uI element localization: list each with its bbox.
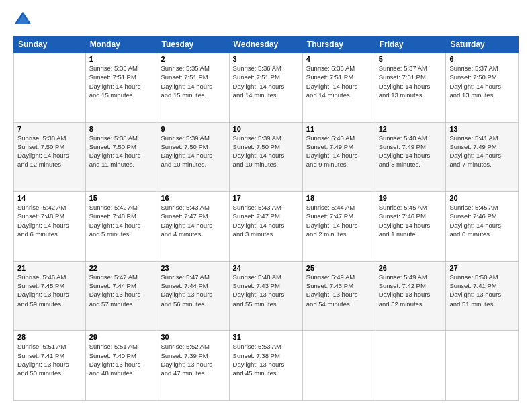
cell-content: Sunrise: 5:36 AM Sunset: 7:51 PM Dayligh… bbox=[233, 64, 299, 99]
day-number: 6 bbox=[449, 55, 515, 63]
cell-content: Sunrise: 5:48 AM Sunset: 7:43 PM Dayligh… bbox=[233, 273, 299, 308]
day-number: 9 bbox=[161, 125, 225, 133]
cell-4-5: 25Sunrise: 5:49 AM Sunset: 7:43 PM Dayli… bbox=[302, 261, 375, 331]
cell-content: Sunrise: 5:39 AM Sunset: 7:50 PM Dayligh… bbox=[233, 134, 299, 169]
header bbox=[13, 10, 519, 29]
day-number: 17 bbox=[233, 194, 299, 202]
day-number: 11 bbox=[306, 125, 371, 133]
cell-1-5: 4Sunrise: 5:36 AM Sunset: 7:51 PM Daylig… bbox=[302, 53, 375, 123]
header-day-saturday: Saturday bbox=[446, 36, 519, 53]
header-day-monday: Monday bbox=[85, 36, 157, 53]
cell-4-3: 23Sunrise: 5:47 AM Sunset: 7:44 PM Dayli… bbox=[157, 261, 229, 331]
cell-content: Sunrise: 5:51 AM Sunset: 7:40 PM Dayligh… bbox=[89, 342, 154, 377]
day-number: 25 bbox=[306, 264, 371, 272]
day-number: 2 bbox=[161, 55, 225, 63]
day-number: 31 bbox=[233, 333, 299, 341]
header-day-friday: Friday bbox=[375, 36, 446, 53]
cell-4-1: 21Sunrise: 5:46 AM Sunset: 7:45 PM Dayli… bbox=[14, 261, 86, 331]
day-number: 28 bbox=[17, 333, 82, 341]
cell-content: Sunrise: 5:50 AM Sunset: 7:41 PM Dayligh… bbox=[449, 273, 515, 308]
cell-3-6: 19Sunrise: 5:45 AM Sunset: 7:46 PM Dayli… bbox=[375, 192, 446, 262]
cell-content: Sunrise: 5:47 AM Sunset: 7:44 PM Dayligh… bbox=[161, 273, 225, 308]
cell-2-4: 10Sunrise: 5:39 AM Sunset: 7:50 PM Dayli… bbox=[229, 122, 302, 192]
cell-3-3: 16Sunrise: 5:43 AM Sunset: 7:47 PM Dayli… bbox=[157, 192, 229, 262]
cell-2-7: 13Sunrise: 5:41 AM Sunset: 7:49 PM Dayli… bbox=[446, 122, 519, 192]
day-number: 26 bbox=[379, 264, 443, 272]
cell-content: Sunrise: 5:37 AM Sunset: 7:50 PM Dayligh… bbox=[449, 64, 515, 99]
cell-4-7: 27Sunrise: 5:50 AM Sunset: 7:41 PM Dayli… bbox=[446, 261, 519, 331]
cell-content: Sunrise: 5:42 AM Sunset: 7:48 PM Dayligh… bbox=[89, 203, 154, 238]
cell-content: Sunrise: 5:44 AM Sunset: 7:47 PM Dayligh… bbox=[306, 203, 371, 238]
header-day-wednesday: Wednesday bbox=[229, 36, 302, 53]
day-number: 27 bbox=[449, 264, 515, 272]
week-row-1: 1Sunrise: 5:35 AM Sunset: 7:51 PM Daylig… bbox=[14, 53, 519, 123]
cell-1-6: 5Sunrise: 5:37 AM Sunset: 7:51 PM Daylig… bbox=[375, 53, 446, 123]
day-number: 1 bbox=[89, 55, 154, 63]
day-number: 24 bbox=[233, 264, 299, 272]
header-day-thursday: Thursday bbox=[302, 36, 375, 53]
day-number: 14 bbox=[17, 194, 82, 202]
cell-5-7 bbox=[446, 331, 519, 401]
header-day-sunday: Sunday bbox=[14, 36, 86, 53]
logo bbox=[13, 10, 35, 29]
week-row-5: 28Sunrise: 5:51 AM Sunset: 7:41 PM Dayli… bbox=[14, 331, 519, 401]
cell-content: Sunrise: 5:52 AM Sunset: 7:39 PM Dayligh… bbox=[161, 342, 225, 377]
day-number: 4 bbox=[306, 55, 371, 63]
cell-2-3: 9Sunrise: 5:39 AM Sunset: 7:50 PM Daylig… bbox=[157, 122, 229, 192]
cell-4-2: 22Sunrise: 5:47 AM Sunset: 7:44 PM Dayli… bbox=[85, 261, 157, 331]
cell-content: Sunrise: 5:37 AM Sunset: 7:51 PM Dayligh… bbox=[379, 64, 443, 99]
page: SundayMondayTuesdayWednesdayThursdayFrid… bbox=[0, 0, 532, 411]
cell-1-7: 6Sunrise: 5:37 AM Sunset: 7:50 PM Daylig… bbox=[446, 53, 519, 123]
day-number: 7 bbox=[17, 125, 82, 133]
cell-1-2: 1Sunrise: 5:35 AM Sunset: 7:51 PM Daylig… bbox=[85, 53, 157, 123]
cell-5-3: 30Sunrise: 5:52 AM Sunset: 7:39 PM Dayli… bbox=[157, 331, 229, 401]
cell-content: Sunrise: 5:38 AM Sunset: 7:50 PM Dayligh… bbox=[89, 134, 154, 169]
cell-4-4: 24Sunrise: 5:48 AM Sunset: 7:43 PM Dayli… bbox=[229, 261, 302, 331]
cell-3-2: 15Sunrise: 5:42 AM Sunset: 7:48 PM Dayli… bbox=[85, 192, 157, 262]
day-number: 23 bbox=[161, 264, 225, 272]
cell-content: Sunrise: 5:35 AM Sunset: 7:51 PM Dayligh… bbox=[161, 64, 225, 99]
cell-3-7: 20Sunrise: 5:45 AM Sunset: 7:46 PM Dayli… bbox=[446, 192, 519, 262]
day-number: 13 bbox=[449, 125, 515, 133]
header-row: SundayMondayTuesdayWednesdayThursdayFrid… bbox=[14, 36, 519, 53]
cell-2-1: 7Sunrise: 5:38 AM Sunset: 7:50 PM Daylig… bbox=[14, 122, 86, 192]
day-number: 29 bbox=[89, 333, 154, 341]
cell-1-4: 3Sunrise: 5:36 AM Sunset: 7:51 PM Daylig… bbox=[229, 53, 302, 123]
cell-content: Sunrise: 5:51 AM Sunset: 7:41 PM Dayligh… bbox=[17, 342, 82, 377]
cell-content: Sunrise: 5:45 AM Sunset: 7:46 PM Dayligh… bbox=[449, 203, 515, 238]
day-number: 30 bbox=[161, 333, 225, 341]
cell-content: Sunrise: 5:43 AM Sunset: 7:47 PM Dayligh… bbox=[161, 203, 225, 238]
day-number: 22 bbox=[89, 264, 154, 272]
cell-3-4: 17Sunrise: 5:43 AM Sunset: 7:47 PM Dayli… bbox=[229, 192, 302, 262]
day-number: 16 bbox=[161, 194, 225, 202]
day-number: 18 bbox=[306, 194, 371, 202]
cell-content: Sunrise: 5:39 AM Sunset: 7:50 PM Dayligh… bbox=[161, 134, 225, 169]
day-number: 20 bbox=[449, 194, 515, 202]
calendar-table: SundayMondayTuesdayWednesdayThursdayFrid… bbox=[13, 36, 519, 401]
day-number: 5 bbox=[379, 55, 443, 63]
cell-5-1: 28Sunrise: 5:51 AM Sunset: 7:41 PM Dayli… bbox=[14, 331, 86, 401]
cell-4-6: 26Sunrise: 5:49 AM Sunset: 7:42 PM Dayli… bbox=[375, 261, 446, 331]
week-row-3: 14Sunrise: 5:42 AM Sunset: 7:48 PM Dayli… bbox=[14, 192, 519, 262]
week-row-2: 7Sunrise: 5:38 AM Sunset: 7:50 PM Daylig… bbox=[14, 122, 519, 192]
cell-content: Sunrise: 5:36 AM Sunset: 7:51 PM Dayligh… bbox=[306, 64, 371, 99]
cell-content: Sunrise: 5:43 AM Sunset: 7:47 PM Dayligh… bbox=[233, 203, 299, 238]
cell-2-5: 11Sunrise: 5:40 AM Sunset: 7:49 PM Dayli… bbox=[302, 122, 375, 192]
header-day-tuesday: Tuesday bbox=[157, 36, 229, 53]
cell-3-1: 14Sunrise: 5:42 AM Sunset: 7:48 PM Dayli… bbox=[14, 192, 86, 262]
cell-content: Sunrise: 5:38 AM Sunset: 7:50 PM Dayligh… bbox=[17, 134, 82, 169]
cell-2-6: 12Sunrise: 5:40 AM Sunset: 7:49 PM Dayli… bbox=[375, 122, 446, 192]
logo-icon bbox=[13, 10, 32, 29]
day-number: 19 bbox=[379, 194, 443, 202]
day-number: 3 bbox=[233, 55, 299, 63]
cell-5-5 bbox=[302, 331, 375, 401]
cell-2-2: 8Sunrise: 5:38 AM Sunset: 7:50 PM Daylig… bbox=[85, 122, 157, 192]
cell-5-2: 29Sunrise: 5:51 AM Sunset: 7:40 PM Dayli… bbox=[85, 331, 157, 401]
cell-content: Sunrise: 5:45 AM Sunset: 7:46 PM Dayligh… bbox=[379, 203, 443, 238]
day-number: 10 bbox=[233, 125, 299, 133]
cell-5-6 bbox=[375, 331, 446, 401]
cell-content: Sunrise: 5:40 AM Sunset: 7:49 PM Dayligh… bbox=[306, 134, 371, 169]
cell-content: Sunrise: 5:40 AM Sunset: 7:49 PM Dayligh… bbox=[379, 134, 443, 169]
day-number: 12 bbox=[379, 125, 443, 133]
cell-content: Sunrise: 5:42 AM Sunset: 7:48 PM Dayligh… bbox=[17, 203, 82, 238]
